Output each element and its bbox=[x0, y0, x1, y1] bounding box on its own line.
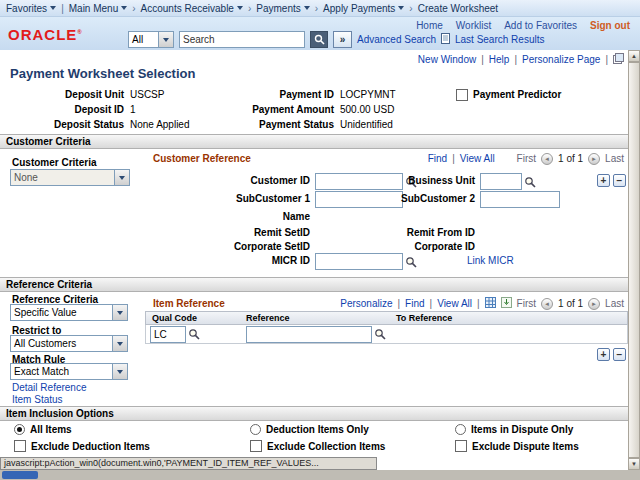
chevron-down-icon[interactable] bbox=[112, 305, 127, 320]
search-button[interactable] bbox=[310, 31, 328, 48]
personalize-link[interactable]: Personalize bbox=[340, 298, 392, 309]
main-menu-label: Main Menu bbox=[69, 3, 118, 14]
delete-row-button[interactable]: − bbox=[613, 174, 626, 187]
customer-reference-header: Customer Reference Find | View All First… bbox=[145, 151, 628, 166]
grid-column-headers: Qual Code Reference To Reference bbox=[145, 311, 628, 325]
advanced-search-link[interactable]: Advanced Search bbox=[357, 34, 436, 45]
chevron-down-icon[interactable] bbox=[112, 364, 127, 379]
item-reference-title: Item Reference bbox=[153, 298, 225, 309]
customer-reference-title: Customer Reference bbox=[153, 153, 251, 164]
radio-icon[interactable] bbox=[455, 424, 466, 435]
header-row: Deposit Unit USCSP Payment ID LOCPYMNT P… bbox=[0, 88, 561, 101]
help-link[interactable]: Help bbox=[489, 54, 510, 65]
add-to-favorites-link[interactable]: Add to Favorites bbox=[504, 20, 577, 31]
first-label[interactable]: First bbox=[517, 298, 536, 309]
first-label[interactable]: First bbox=[517, 153, 536, 164]
checkbox-exclude-dispute-items[interactable]: Exclude Dispute Items bbox=[455, 440, 579, 452]
vertical-scrollbar[interactable]: ▲ ▼ bbox=[628, 50, 640, 470]
payment-amount-label: Payment Amount bbox=[250, 104, 340, 115]
radio-deduction-items-only[interactable]: Deduction Items Only bbox=[250, 424, 369, 435]
payment-id-value: LOCPYMNT bbox=[340, 89, 450, 100]
reference-input[interactable] bbox=[246, 326, 372, 343]
checkbox-exclude-collection-items[interactable]: Exclude Collection Items bbox=[250, 440, 385, 452]
main-menu[interactable]: Main Menu bbox=[69, 3, 127, 14]
header-row: Deposit Status None Applied Payment Stat… bbox=[0, 118, 450, 131]
field-row: MICR ID Link MICR bbox=[145, 253, 628, 270]
radio-items-in-dispute-only[interactable]: Items in Dispute Only bbox=[455, 424, 573, 435]
next-row-button[interactable]: ► bbox=[588, 298, 600, 310]
chevron-down-icon[interactable] bbox=[112, 336, 127, 351]
breadcrumb-apply-payments[interactable]: Apply Payments bbox=[323, 3, 404, 14]
radio-icon[interactable] bbox=[250, 424, 261, 435]
customer-criteria-select[interactable]: None bbox=[10, 169, 130, 186]
search-input[interactable] bbox=[179, 31, 305, 48]
match-rule-select[interactable]: Exact Match bbox=[10, 363, 128, 380]
row-counter: 1 of 1 bbox=[558, 153, 583, 164]
sign-out-link[interactable]: Sign out bbox=[590, 20, 630, 31]
remit-setid-label: Remit SetID bbox=[145, 227, 310, 238]
chevron-down-icon[interactable] bbox=[114, 170, 129, 185]
item-status-link[interactable]: Item Status bbox=[12, 394, 63, 405]
previous-row-button[interactable]: ◄ bbox=[541, 153, 553, 165]
new-window-link[interactable]: New Window bbox=[418, 54, 476, 65]
scrollbar-thumb[interactable] bbox=[628, 62, 640, 458]
next-row-button[interactable]: ► bbox=[588, 153, 600, 165]
view-all-link[interactable]: View All bbox=[460, 153, 495, 164]
subcustomer1-label: SubCustomer 1 bbox=[145, 193, 310, 204]
taskbar-segment[interactable] bbox=[2, 471, 38, 479]
find-link[interactable]: Find bbox=[405, 298, 424, 309]
subcustomer2-input[interactable] bbox=[480, 191, 560, 208]
personalize-page-link[interactable]: Personalize Page bbox=[522, 54, 600, 65]
last-label[interactable]: Last bbox=[605, 298, 624, 309]
double-arrow-icon: » bbox=[340, 34, 346, 45]
checkbox-icon[interactable] bbox=[14, 440, 26, 452]
add-row-button[interactable]: + bbox=[597, 174, 610, 187]
business-unit-input[interactable] bbox=[480, 173, 522, 190]
crumb-label: Payments bbox=[256, 3, 300, 14]
download-icon[interactable] bbox=[501, 297, 512, 310]
checkbox-label: Exclude Deduction Items bbox=[31, 441, 150, 452]
business-unit-lookup-icon[interactable] bbox=[524, 176, 536, 188]
add-row-button[interactable]: + bbox=[597, 348, 610, 361]
chevron-down-icon[interactable] bbox=[158, 32, 173, 47]
view-all-link[interactable]: View All bbox=[437, 298, 472, 309]
delete-row-button[interactable]: − bbox=[613, 348, 626, 361]
previous-row-button[interactable]: ◄ bbox=[541, 298, 553, 310]
qual-code-column-header: Qual Code bbox=[146, 313, 246, 323]
minus-icon: − bbox=[617, 175, 623, 186]
detail-reference-link[interactable]: Detail Reference bbox=[12, 382, 86, 393]
checkbox-exclude-deduction-items[interactable]: Exclude Deduction Items bbox=[14, 440, 150, 452]
radio-all-items[interactable]: All Items bbox=[14, 424, 72, 435]
grid-row bbox=[145, 325, 628, 344]
scroll-down-button[interactable]: ▼ bbox=[628, 458, 640, 470]
scroll-up-button[interactable]: ▲ bbox=[628, 50, 640, 62]
section-title: Reference Criteria bbox=[6, 279, 92, 290]
micr-id-input[interactable] bbox=[315, 253, 403, 270]
breadcrumb-payments[interactable]: Payments bbox=[256, 3, 309, 14]
breadcrumb-accounts-receivable[interactable]: Accounts Receivable bbox=[141, 3, 243, 14]
radio-label: Items in Dispute Only bbox=[471, 424, 573, 435]
restrict-to-select[interactable]: All Customers bbox=[10, 335, 128, 352]
reference-criteria-select[interactable]: Specific Value bbox=[10, 304, 128, 321]
search-go-button[interactable]: » bbox=[333, 31, 352, 48]
grid-icon[interactable] bbox=[485, 297, 496, 310]
payment-predictor-checkbox[interactable] bbox=[456, 89, 468, 101]
qual-code-lookup-icon[interactable] bbox=[188, 328, 200, 340]
checkbox-icon[interactable] bbox=[250, 440, 262, 452]
micr-id-lookup-icon[interactable] bbox=[405, 256, 417, 268]
search-scope-select[interactable]: All bbox=[128, 31, 174, 48]
last-search-results-link[interactable]: Last Search Results bbox=[455, 34, 545, 45]
last-label[interactable]: Last bbox=[605, 153, 624, 164]
link-micr-link[interactable]: Link MICR bbox=[467, 255, 514, 266]
favorites-menu[interactable]: Favorites bbox=[6, 3, 56, 14]
payment-id-label: Payment ID bbox=[250, 89, 340, 100]
corporate-setid-label: Corporate SetID bbox=[145, 241, 310, 252]
find-link[interactable]: Find bbox=[428, 153, 447, 164]
checkbox-icon[interactable] bbox=[455, 440, 467, 452]
worklist-link[interactable]: Worklist bbox=[456, 20, 491, 31]
reference-lookup-icon[interactable] bbox=[374, 328, 386, 340]
copy-url-icon[interactable] bbox=[613, 53, 624, 66]
home-link[interactable]: Home bbox=[416, 20, 443, 31]
radio-icon[interactable] bbox=[14, 424, 25, 435]
qual-code-input[interactable] bbox=[150, 326, 186, 343]
